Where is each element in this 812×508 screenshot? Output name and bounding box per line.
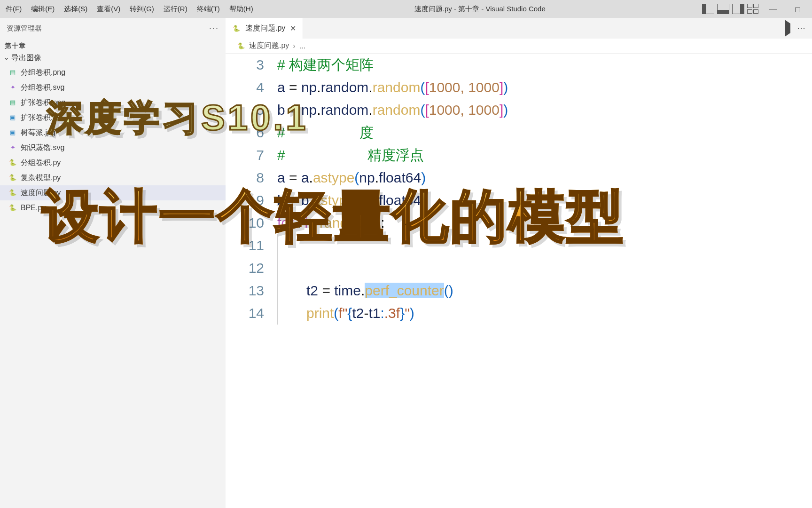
menu-go[interactable]: 转到(G): [125, 0, 159, 18]
svg-icon: ✦: [8, 83, 17, 92]
title-right: — ◻: [702, 0, 812, 18]
menu-terminal[interactable]: 终端(T): [192, 0, 225, 18]
file-item[interactable]: ✦知识蒸馏.svg: [0, 140, 226, 155]
file-item[interactable]: ▣树莓派.jpg: [0, 125, 226, 140]
file-item[interactable]: 🐍BPE.py: [0, 200, 226, 215]
menu-run[interactable]: 运行(R): [159, 0, 192, 18]
tree-folder-export[interactable]: ⌄ 导出图像: [0, 51, 226, 65]
menu-bar: 件(F) 编辑(E) 选择(S) 查看(V) 转到(G) 运行(R) 终端(T)…: [0, 0, 258, 18]
menu-file[interactable]: 件(F): [1, 0, 26, 18]
title-bar: 件(F) 编辑(E) 选择(S) 查看(V) 转到(G) 运行(R) 终端(T)…: [0, 0, 812, 18]
window-title: 速度问题.py - 第十章 - Visual Studio Code: [258, 5, 702, 14]
menu-view[interactable]: 查看(V): [92, 0, 125, 18]
maximize-button[interactable]: ◻: [787, 0, 808, 18]
code-line[interactable]: 11: [226, 234, 812, 257]
python-icon: 🐍: [237, 42, 245, 50]
line-number: 6: [226, 121, 277, 144]
code-line[interactable]: 13t2 = time.perf_counter(): [226, 279, 812, 302]
file-tree: ▤分组卷积.png✦分组卷积.svg▤扩张卷积.png▣扩张卷积.jpg▣树莓派…: [0, 65, 226, 215]
file-name: 分组卷积.py: [21, 155, 61, 170]
file-item[interactable]: 🐍复杂模型.py: [0, 170, 226, 185]
layout-left-icon[interactable]: [702, 4, 714, 14]
code-line[interactable]: 6# 度: [226, 121, 812, 144]
line-number: 9: [226, 189, 277, 212]
menu-select[interactable]: 选择(S): [59, 0, 92, 18]
file-name: 知识蒸馏.svg: [21, 140, 64, 155]
file-name: 分组卷积.svg: [21, 80, 64, 95]
chevron-down-icon: ⌄: [3, 50, 9, 64]
file-name: 扩张卷积.jpg: [21, 110, 63, 125]
explorer-header: 资源管理器 ···: [0, 18, 226, 39]
code-line[interactable]: 5b = np.random.random([1000, 1000]): [226, 99, 812, 121]
py-icon: 🐍: [8, 204, 17, 212]
tab-label: 速度问题.py: [245, 24, 285, 33]
png-icon: ▤: [8, 68, 17, 77]
file-item[interactable]: ✦分组卷积.svg: [0, 80, 226, 95]
code-line[interactable]: 7# 精度浮点: [226, 144, 812, 167]
tab-more-icon[interactable]: ⋯: [797, 23, 805, 33]
editor-tabs: 🐍 速度问题.py ✕ ⋯: [226, 18, 812, 39]
line-number: 7: [226, 144, 277, 167]
line-number: 12: [226, 257, 277, 279]
file-item[interactable]: ▣扩张卷积.jpg: [0, 110, 226, 125]
explorer-sidebar: 第十章 ⌄ 导出图像 ▤分组卷积.png✦分组卷积.svg▤扩张卷积.png▣扩…: [0, 39, 226, 508]
file-name: 速度问题.py: [21, 185, 61, 200]
line-number: 14: [226, 302, 277, 325]
minimize-button[interactable]: —: [762, 0, 784, 18]
line-number: 13: [226, 279, 277, 302]
file-item[interactable]: 🐍分组卷积.py: [0, 155, 226, 170]
breadcrumb[interactable]: 🐍 速度问题.py › ...: [226, 39, 812, 54]
file-name: 复杂模型.py: [21, 170, 61, 185]
explorer-title: 资源管理器: [7, 24, 42, 33]
breadcrumb-more: ...: [299, 42, 305, 50]
code-line[interactable]: 9b = b.astype(np.float64): [226, 189, 812, 212]
tab-speed[interactable]: 🐍 速度问题.py ✕: [226, 18, 303, 39]
code-line[interactable]: 10for i in range(10):: [226, 212, 812, 234]
code-line[interactable]: 14print(f"{t2-t1:.3f}"): [226, 302, 812, 325]
code-line[interactable]: 3# 构建两个矩阵: [226, 54, 812, 76]
line-number: 8: [226, 167, 277, 189]
code-line[interactable]: 8a = a.astype(np.float64): [226, 167, 812, 189]
file-name: 扩张卷积.png: [21, 95, 65, 110]
explorer-more-icon[interactable]: ···: [209, 24, 219, 33]
line-number: 5: [226, 99, 277, 121]
py-icon: 🐍: [8, 174, 17, 182]
jpg-icon: ▣: [8, 113, 17, 122]
file-item[interactable]: 🐍速度问题.py: [0, 185, 226, 200]
python-icon: 🐍: [232, 24, 241, 32]
layout-bottom-icon[interactable]: [717, 4, 729, 14]
code-line[interactable]: 12: [226, 257, 812, 279]
menu-edit[interactable]: 编辑(E): [26, 0, 59, 18]
file-name: 分组卷积.png: [21, 65, 65, 80]
svg-icon: ✦: [8, 143, 17, 152]
png-icon: ▤: [8, 98, 17, 107]
code-line[interactable]: 4a = np.random.random([1000, 1000]): [226, 76, 812, 99]
py-icon: 🐍: [8, 159, 17, 167]
run-icon[interactable]: [785, 24, 790, 33]
layout-grid-icon[interactable]: [747, 4, 759, 14]
menu-help[interactable]: 帮助(H): [225, 0, 258, 18]
line-number: 10: [226, 212, 277, 234]
line-number: 11: [226, 234, 277, 257]
file-item[interactable]: ▤扩张卷积.png: [0, 95, 226, 110]
tree-root[interactable]: 第十章: [0, 39, 226, 51]
tree-folder-label: 导出图像: [11, 51, 41, 65]
py-icon: 🐍: [8, 189, 17, 197]
layout-right-icon[interactable]: [732, 4, 744, 14]
line-number: 4: [226, 76, 277, 99]
breadcrumb-file: 速度问题.py: [249, 41, 289, 51]
file-name: BPE.py: [21, 200, 46, 215]
close-icon[interactable]: ✕: [290, 24, 296, 33]
jpg-icon: ▣: [8, 128, 17, 137]
file-item[interactable]: ▤分组卷积.png: [0, 65, 226, 80]
code-editor[interactable]: 3# 构建两个矩阵4a = np.random.random([1000, 10…: [226, 54, 812, 508]
chevron-right-icon: ›: [293, 42, 295, 50]
file-name: 树莓派.jpg: [21, 125, 55, 140]
line-number: 3: [226, 54, 277, 76]
